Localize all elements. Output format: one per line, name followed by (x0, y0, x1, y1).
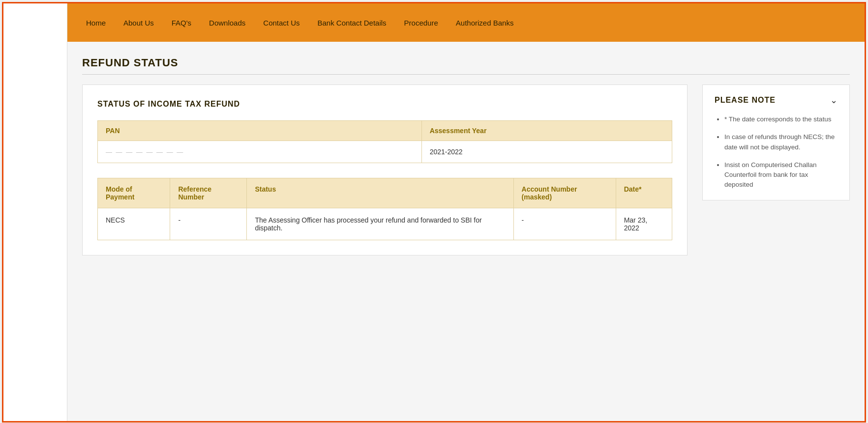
row-account: - (513, 208, 616, 240)
content-row: STATUS OF INCOME TAX REFUND PAN Assessme… (82, 85, 850, 255)
pan-blurred: — — — — — — — — (106, 148, 184, 156)
note-list: * The date corresponds to the status In … (715, 114, 838, 190)
note-header: PLEASE NOTE ⌄ (715, 95, 838, 106)
data-table-header-status: Status (247, 178, 513, 208)
nav-item-authorized-banks[interactable]: Authorized Banks (447, 3, 523, 42)
outer-border: Home About Us FAQ's Downloads Contact Us… (2, 2, 866, 423)
info-table: PAN Assessment Year — — — — — — — — 2021… (97, 120, 672, 163)
row-status: The Assessing Officer has processed your… (247, 208, 513, 240)
navbar: Home About Us FAQ's Downloads Contact Us… (67, 3, 865, 42)
nav-item-home[interactable]: Home (77, 3, 115, 42)
info-table-year-value: 2021-2022 (421, 141, 672, 163)
main-content: Home About Us FAQ's Downloads Contact Us… (67, 3, 865, 421)
note-title: PLEASE NOTE (715, 96, 776, 105)
nav-item-faqs[interactable]: FAQ's (163, 3, 200, 42)
row-mode: NECS (98, 208, 170, 240)
nav-item-about-us[interactable]: About Us (115, 3, 163, 42)
sidebar (3, 3, 67, 421)
nav-item-contact-us[interactable]: Contact Us (254, 3, 308, 42)
main-card: STATUS OF INCOME TAX REFUND PAN Assessme… (82, 85, 688, 255)
data-table-header-reference: Reference Number (170, 178, 247, 208)
data-table-header-date: Date* (616, 178, 672, 208)
note-card: PLEASE NOTE ⌄ * The date corresponds to … (702, 85, 850, 200)
nav-item-bank-contact[interactable]: Bank Contact Details (309, 3, 395, 42)
nav-item-downloads[interactable]: Downloads (200, 3, 254, 42)
info-table-pan-value: — — — — — — — — (98, 141, 422, 163)
page-title: REFUND STATUS (82, 56, 850, 75)
row-date: Mar 23, 2022 (616, 208, 672, 240)
card-title: STATUS OF INCOME TAX REFUND (97, 100, 672, 109)
chevron-down-icon[interactable]: ⌄ (830, 95, 838, 106)
info-table-header-pan: PAN (98, 121, 422, 141)
note-item-3: Insist on Computerised Challan Counterfo… (724, 160, 838, 190)
nav-item-procedure[interactable]: Procedure (395, 3, 447, 42)
note-item-1: * The date corresponds to the status (724, 114, 838, 124)
layout: Home About Us FAQ's Downloads Contact Us… (3, 3, 865, 421)
data-table-header-account: Account Number (masked) (513, 178, 616, 208)
table-row: NECS - The Assessing Officer has process… (98, 208, 672, 240)
data-table: Mode of Payment Reference Number Status … (97, 178, 672, 240)
info-table-header-year: Assessment Year (421, 121, 672, 141)
row-reference: - (170, 208, 247, 240)
page-body: REFUND STATUS STATUS OF INCOME TAX REFUN… (67, 42, 865, 421)
data-table-header-mode: Mode of Payment (98, 178, 170, 208)
note-item-2: In case of refunds through NECS; the dat… (724, 132, 838, 152)
